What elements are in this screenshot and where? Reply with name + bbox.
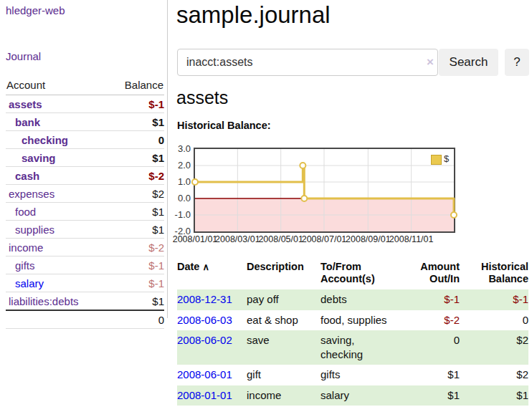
search-input[interactable] bbox=[177, 49, 438, 76]
account-row: saving$1 bbox=[6, 149, 164, 167]
x-axis-tick-label: 2008/05/01 bbox=[258, 234, 303, 244]
clear-search-icon[interactable]: × bbox=[424, 55, 437, 70]
column-header-balance: Historical Balance bbox=[460, 259, 528, 289]
date-cell: 2008-06-03 bbox=[177, 310, 247, 330]
amount-cell: $1 bbox=[414, 365, 460, 385]
account-name-cell: checking bbox=[6, 131, 108, 149]
account-row: salary$-1 bbox=[6, 274, 164, 292]
column-header-accounts: To/From Account(s) bbox=[320, 259, 414, 289]
transaction-date-link[interactable]: 2008-06-02 bbox=[177, 334, 232, 346]
register-header-row: Date ∧ Description To/From Account(s) Am… bbox=[177, 259, 528, 289]
account-row: checking0 bbox=[6, 131, 164, 149]
account-balance: $-1 bbox=[108, 95, 164, 113]
transaction-row: 2008-06-03eat & shopfood, supplies$-20 bbox=[177, 310, 528, 330]
account-name-cell: supplies bbox=[6, 221, 108, 239]
accounts-cell: debts bbox=[320, 289, 414, 310]
account-balance: $1 bbox=[108, 149, 164, 167]
page-title: sample.journal bbox=[176, 1, 331, 29]
account-link-salary[interactable]: salary bbox=[6, 277, 44, 289]
account-link-checking[interactable]: checking bbox=[6, 134, 68, 146]
transaction-date-link[interactable]: 2008-06-03 bbox=[177, 314, 232, 326]
account-balance: $2 bbox=[108, 185, 164, 203]
account-name-cell: liabilities:debts bbox=[6, 292, 108, 311]
data-point-marker bbox=[451, 212, 457, 218]
account-link-bank[interactable]: bank bbox=[6, 116, 40, 128]
date-cell: 2008-12-31 bbox=[177, 289, 247, 310]
date-cell: 2008-06-01 bbox=[177, 365, 247, 385]
balance-chart bbox=[194, 148, 455, 233]
data-point-marker bbox=[300, 163, 305, 168]
amount-cell: $1 bbox=[414, 385, 460, 406]
accounts-cell: saving, checking bbox=[320, 330, 414, 365]
help-button[interactable]: ? bbox=[505, 49, 529, 76]
account-name-cell: cash bbox=[6, 167, 108, 185]
chart-x-axis: 2008/01/012008/03/012008/05/012008/07/01… bbox=[195, 234, 454, 246]
amount-cell: $-1 bbox=[414, 289, 460, 310]
accounts-header-row: Account Balance bbox=[6, 75, 164, 95]
description-cell: gift bbox=[247, 365, 320, 385]
y-axis-tick-label: 1.0 bbox=[178, 176, 191, 187]
account-link-expenses[interactable]: expenses bbox=[6, 188, 54, 200]
account-link-gifts[interactable]: gifts bbox=[6, 259, 35, 272]
account-row: bank$1 bbox=[6, 113, 164, 131]
account-balance: $1 bbox=[108, 113, 164, 131]
x-axis-tick-label: 2008/11/01 bbox=[389, 234, 434, 244]
app-title-link[interactable]: hledger-web bbox=[6, 4, 65, 16]
date-cell: 2008-01-01 bbox=[177, 385, 247, 406]
balance-cell: $1 bbox=[460, 385, 528, 406]
account-row: gifts$-1 bbox=[6, 257, 164, 274]
transaction-date-link[interactable]: 2008-12-31 bbox=[177, 293, 232, 305]
account-link-saving[interactable]: saving bbox=[6, 152, 56, 164]
search-button[interactable]: Search bbox=[439, 49, 498, 76]
y-axis-tick-label: 2.0 bbox=[178, 160, 191, 171]
description-cell: save bbox=[247, 330, 320, 365]
balance-cell: $2 bbox=[460, 365, 528, 385]
account-link-food[interactable]: food bbox=[6, 206, 36, 218]
legend-swatch bbox=[431, 155, 442, 165]
x-axis-tick-label: 2008/03/01 bbox=[215, 234, 260, 244]
accounts-header-account: Account bbox=[6, 75, 108, 95]
x-axis-tick-label: 2008/01/01 bbox=[173, 234, 218, 244]
legend-label: $ bbox=[444, 153, 449, 164]
chart-y-axis: 3.02.01.00.0-1.0-2.0 bbox=[162, 149, 191, 234]
transaction-date-link[interactable]: 2008-01-01 bbox=[177, 389, 232, 401]
y-axis-tick-label: 3.0 bbox=[178, 143, 191, 154]
amount-cell: $-2 bbox=[414, 310, 460, 330]
account-link-supplies[interactable]: supplies bbox=[6, 224, 54, 236]
account-balance: $-2 bbox=[108, 167, 164, 185]
description-cell: eat & shop bbox=[247, 310, 320, 330]
accounts-total-spacer bbox=[6, 310, 108, 329]
account-name-cell: expenses bbox=[6, 185, 108, 203]
data-point-marker bbox=[301, 196, 307, 201]
column-header-description: Description bbox=[247, 259, 320, 289]
account-balance: $-1 bbox=[108, 274, 164, 292]
account-link-cash[interactable]: cash bbox=[6, 170, 39, 182]
date-cell: 2008-06-02 bbox=[177, 330, 247, 365]
sort-ascending-icon: ∧ bbox=[202, 262, 209, 272]
account-name-cell: salary bbox=[6, 274, 108, 292]
accounts-cell: food, supplies bbox=[320, 310, 414, 330]
account-link-liabilities-debts[interactable]: liabilities:debts bbox=[6, 295, 79, 307]
account-link-income[interactable]: income bbox=[6, 241, 43, 254]
accounts-table: Account Balance assets$-1bank$1checking0… bbox=[6, 75, 164, 329]
column-header-date[interactable]: Date ∧ bbox=[177, 259, 247, 289]
description-cell: income bbox=[247, 385, 320, 406]
transaction-date-link[interactable]: 2008-06-01 bbox=[177, 368, 232, 380]
accounts-cell: salary bbox=[320, 385, 414, 406]
account-heading: assets bbox=[176, 87, 228, 108]
transaction-row: 2008-12-31pay offdebts$-1$-1 bbox=[177, 289, 528, 310]
transaction-row: 2008-06-02savesaving, checking0$2 bbox=[177, 330, 528, 365]
account-name-cell: gifts bbox=[6, 257, 108, 274]
accounts-cell: gifts bbox=[320, 365, 414, 385]
account-name-cell: bank bbox=[6, 113, 108, 131]
account-row: assets$-1 bbox=[6, 95, 164, 113]
balance-chart-plot bbox=[195, 149, 454, 231]
sidebar-item-journal[interactable]: Journal bbox=[6, 50, 41, 62]
account-row: cash$-2 bbox=[6, 167, 164, 185]
account-balance: $1 bbox=[108, 292, 164, 311]
account-name-cell: food bbox=[6, 203, 108, 221]
data-point-marker bbox=[192, 179, 198, 185]
sidebar: hledger-web Journal Account Balance asse… bbox=[0, 0, 168, 318]
account-link-assets[interactable]: assets bbox=[6, 98, 42, 110]
balance-cell: $2 bbox=[460, 330, 528, 365]
